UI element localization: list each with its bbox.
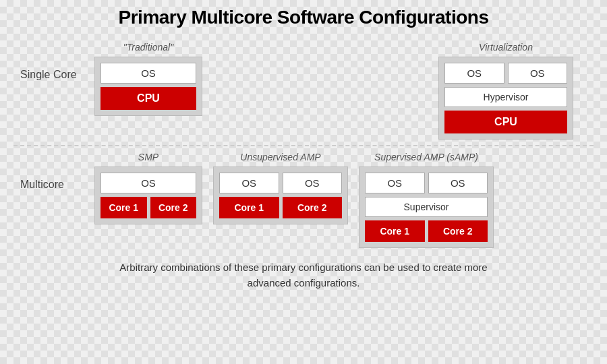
traditional-config: "Traditional" OS CPU xyxy=(94,42,202,116)
multicore-label: Multicore xyxy=(13,152,94,191)
traditional-diagram: OS CPU xyxy=(94,57,202,116)
footer-line1: Arbitrary combinations of these primary … xyxy=(119,262,487,273)
virt-os1: OS xyxy=(444,63,504,84)
traditional-label: "Traditional" xyxy=(123,42,173,53)
multicore-configs: SMP OS Core 1 Core 2 Unsupervised AMP OS… xyxy=(94,152,594,248)
uamp-core2: Core 2 xyxy=(283,197,343,218)
samp-core1: Core 1 xyxy=(365,220,425,242)
smp-os: OS xyxy=(100,173,196,193)
uamp-cores: Core 1 Core 2 xyxy=(219,197,342,218)
footer-text: Arbitrary combinations of these primary … xyxy=(13,260,594,291)
page-title: Primary Multicore Software Configuration… xyxy=(13,7,594,28)
samp-os2: OS xyxy=(428,173,488,193)
samp-os1: OS xyxy=(365,173,425,193)
top-row: Single Core "Traditional" OS CPU Virtual… xyxy=(13,36,594,146)
virt-os-row: OS OS xyxy=(444,63,567,84)
single-core-label: Single Core xyxy=(13,42,94,81)
unsupervised-amp-label: Unsupervised AMP xyxy=(240,152,320,162)
virtualization-config: Virtualization OS OS Hypervisor CPU xyxy=(438,42,573,140)
unsupervised-amp-diagram: OS OS Core 1 Core 2 xyxy=(213,166,348,224)
traditional-cpu: CPU xyxy=(100,87,196,110)
samp-cores: Core 1 Core 2 xyxy=(365,220,488,242)
traditional-os: OS xyxy=(100,63,196,84)
uamp-core1: Core 1 xyxy=(219,197,279,218)
uamp-os2: OS xyxy=(283,173,343,193)
supervised-amp-config: Supervised AMP (sAMP) OS OS Supervisor C… xyxy=(359,152,494,248)
footer-line2: advanced configurations. xyxy=(248,277,360,289)
smp-core1: Core 1 xyxy=(100,197,147,218)
hypervisor: Hypervisor xyxy=(444,87,567,107)
virtualization-label: Virtualization xyxy=(479,42,533,53)
uamp-os1: OS xyxy=(219,173,279,193)
supervisor: Supervisor xyxy=(365,197,488,217)
smp-label: SMP xyxy=(138,152,158,162)
smp-diagram: OS Core 1 Core 2 xyxy=(94,166,202,224)
virt-os2: OS xyxy=(508,63,568,84)
unsupervised-amp-config: Unsupervised AMP OS OS Core 1 Core 2 xyxy=(213,152,348,248)
smp-config: SMP OS Core 1 Core 2 xyxy=(94,152,202,248)
virt-cpu: CPU xyxy=(444,111,567,133)
virtualization-diagram: OS OS Hypervisor CPU xyxy=(438,57,573,140)
supervised-amp-label: Supervised AMP (sAMP) xyxy=(374,152,478,162)
bottom-row: Multicore SMP OS Core 1 Core 2 Unsupervi… xyxy=(13,146,594,253)
samp-core2: Core 2 xyxy=(428,220,488,242)
smp-core2: Core 2 xyxy=(150,197,197,218)
uamp-os-row: OS OS xyxy=(219,173,342,193)
smp-cores: Core 1 Core 2 xyxy=(100,197,196,218)
samp-os-row: OS OS xyxy=(365,173,488,193)
supervised-amp-diagram: OS OS Supervisor Core 1 Core 2 xyxy=(359,166,494,248)
